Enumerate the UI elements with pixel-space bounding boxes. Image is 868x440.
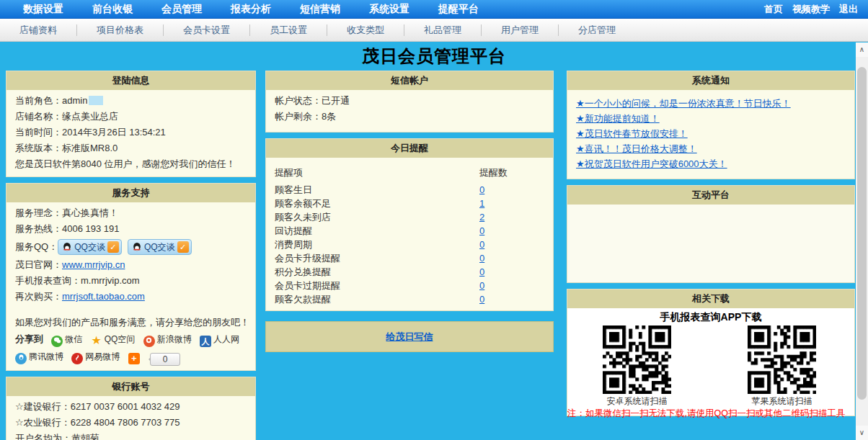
renren-icon[interactable]: 人 (200, 336, 211, 347)
notice-link-new-feature[interactable]: ★新功能提前知道！ (576, 111, 846, 126)
official-site-link[interactable]: www.mrrjvip.cn (62, 259, 125, 270)
subnav-price-list[interactable]: 项目价格表 (77, 24, 163, 37)
share-renren-label[interactable]: 人人网 (213, 334, 239, 344)
qq-verified-icon: ✓ (107, 241, 119, 253)
reminder-row-card-expire: 会员卡过期提醒0 (275, 279, 544, 292)
reminder-count-link[interactable]: 0 (479, 239, 484, 250)
vertical-scrollbar: ∧ ∨ (856, 42, 868, 440)
nav-member-mgmt[interactable]: 会员管理 (161, 3, 202, 16)
scroll-down-button[interactable]: ∨ (856, 426, 868, 440)
nav-system-settings[interactable]: 系统设置 (369, 3, 409, 16)
write-letter-link[interactable]: 给茂日写信 (386, 331, 433, 344)
subnav-shop-info[interactable]: 店铺资料 (0, 24, 76, 37)
top-nav-bar: 数据设置 前台收银 会员管理 报表分析 短信营销 系统设置 提醒平台 首页 视频… (0, 0, 868, 19)
notice-link-greeting[interactable]: ★一个小小的问候，却是一份浓浓真意！节日快乐！ (576, 96, 846, 111)
nav-reminder-platform[interactable]: 提醒平台 (438, 3, 479, 16)
service-qq-row: 服务QQ： QQ交谈 ✓ QQ交谈 ✓ (15, 237, 247, 257)
service-support-panel: 服务支持 服务理念：真心换真情！ 服务热线：4006 193 191 服务QQ：… (6, 183, 256, 371)
interact-platform-panel: 互动平台 (567, 185, 855, 283)
netease-weibo-icon[interactable] (71, 353, 83, 364)
notice-link-price[interactable]: ★喜讯！！茂日价格大调整！ (576, 141, 846, 156)
qq-penguin-icon (132, 242, 142, 252)
qq-chat-button-2[interactable]: QQ交谈 ✓ (128, 239, 192, 255)
qq-verified-icon: ✓ (177, 241, 189, 253)
ios-qr-caption: 苹果系统请扫描 (748, 395, 816, 408)
main-content: 茂日会员管理平台 登陆信息 当前角色：admin 店铺名称：缘点美业总店 当前时… (0, 42, 868, 440)
share-wechat-label[interactable]: 微信 (65, 334, 82, 344)
reminder-count-link[interactable]: 0 (479, 225, 484, 236)
reminder-count-link[interactable]: 0 (479, 266, 484, 277)
service-concept: 服务理念：真心换真情！ (15, 205, 247, 221)
subnav-user-mgmt[interactable]: 用户管理 (482, 24, 558, 37)
reminder-count-link[interactable]: 0 (479, 253, 484, 264)
reminder-row-follow-up: 回访提醒0 (275, 224, 544, 238)
login-info-panel: 登陆信息 当前角色：admin 店铺名称：缘点美业总店 当前时间：2014年3月… (6, 71, 256, 177)
nav-report-analysis[interactable]: 报表分析 (231, 3, 271, 16)
nav-logout[interactable]: 退出 (839, 3, 858, 16)
share-tqq-label[interactable]: 腾讯微博 (29, 351, 63, 362)
system-version: 系统版本：标准版MR8.0 (15, 140, 247, 156)
share-tip: 如果您对我们的产品和服务满意，请分享给您的朋友吧！ (15, 315, 247, 331)
bank-account-panel: 银行账号 ☆建设银行：6217 0037 6001 4032 429 ☆农业银行… (6, 377, 256, 440)
reminder-count-link[interactable]: 2 (479, 212, 484, 223)
scroll-up-button[interactable]: ∧ (856, 42, 868, 57)
reminder-item-header: 提醒项 (275, 165, 479, 181)
android-qr-code (603, 325, 671, 394)
subnav-staff[interactable]: 员工设置 (250, 24, 327, 37)
nav-home[interactable]: 首页 (764, 3, 783, 16)
system-notices-panel: 系统通知 ★一个小小的问候，却是一份浓浓真意！节日快乐！ ★新功能提前知道！ ★… (567, 71, 855, 179)
notice-link-holiday[interactable]: ★茂日软件春节放假安排！ (576, 126, 846, 141)
qq-chat-button-1[interactable]: QQ交谈 ✓ (58, 239, 122, 255)
reminder-count-link[interactable]: 1 (479, 198, 484, 209)
top-nav-items: 数据设置 前台收银 会员管理 报表分析 短信营销 系统设置 提醒平台 (0, 3, 479, 16)
mobile-report-row: 手机报表查询：m.mrrjvip.com (15, 273, 247, 289)
share-count[interactable]: 0 (150, 353, 180, 366)
today-reminders-title: 今日提醒 (266, 139, 553, 158)
reminder-count-header: 提醒数 (479, 165, 544, 181)
reminder-row-debt: 顾客欠款提醒0 (275, 292, 544, 306)
current-time: 当前时间：2014年3月26日 13:54:21 (15, 125, 247, 140)
nav-data-settings[interactable]: 数据设置 (23, 3, 63, 16)
official-site-row: 茂日官网：www.mrrjvip.cn (15, 257, 247, 273)
nav-video-tutorial[interactable]: 视频教学 (792, 3, 830, 16)
qzone-icon[interactable]: ★ (91, 335, 102, 346)
download-note: 注：如果微信扫一扫无法下载,请使用QQ扫一扫或其他二维码扫描工具 (567, 408, 854, 420)
tencent-weibo-icon[interactable] (15, 353, 27, 364)
system-notices-title: 系统通知 (567, 71, 854, 90)
downloads-title: 相关下载 (567, 289, 854, 308)
wechat-icon[interactable] (51, 336, 63, 347)
qq-penguin-icon (62, 242, 72, 252)
service-hotline: 服务热线：4006 193 191 (15, 221, 247, 237)
reminder-count-link[interactable]: 0 (479, 280, 484, 291)
reminder-header-row: 提醒项 提醒数 (275, 165, 544, 181)
subnav-gift-mgmt[interactable]: 礼品管理 (404, 24, 481, 37)
reminder-count-link[interactable]: 0 (479, 294, 484, 305)
share-netease-label[interactable]: 网易微博 (85, 351, 120, 362)
today-reminders-panel: 今日提醒 提醒项 提醒数 顾客生日0 顾客余额不足1 顾客久未到店2 回访提醒0… (265, 138, 554, 311)
interact-platform-body (567, 205, 854, 282)
middle-column: 短信帐户 帐户状态：已开通 帐户剩余：8条 今日提醒 提醒项 提醒数 顾客生日0… (265, 71, 554, 352)
nav-front-cashier[interactable]: 前台收银 (92, 3, 133, 16)
welcome-message: 您是茂日软件第8040 位用户，感谢您对我们的信任！ (15, 156, 247, 172)
reminder-count-link[interactable]: 0 (479, 184, 484, 195)
share-sina-label[interactable]: 新浪微博 (157, 334, 192, 344)
nav-sms-marketing[interactable]: 短信营销 (300, 3, 340, 16)
sms-account-panel: 短信帐户 帐户状态：已开通 帐户剩余：8条 (265, 71, 554, 133)
android-qr-caption: 安卓系统请扫描 (603, 395, 671, 408)
page-title: 茂日会员管理平台 (0, 42, 868, 68)
more-share-icon[interactable]: + (128, 353, 140, 364)
login-info-title: 登陆信息 (6, 71, 255, 90)
account-holder: 开户名均为：黄朝菊 (15, 431, 247, 440)
subnav-branch-mgmt[interactable]: 分店管理 (559, 24, 635, 37)
service-support-title: 服务支持 (6, 184, 255, 202)
shop-name: 店铺名称：缘点美业总店 (15, 109, 247, 125)
subnav-member-card[interactable]: 会员卡设置 (164, 24, 249, 37)
scrollbar-thumb[interactable] (857, 67, 867, 400)
subnav-income-type[interactable]: 收支类型 (327, 24, 404, 37)
notice-link-6000-users[interactable]: ★祝贺茂日软件用户突破6000大关！ (576, 156, 846, 171)
sina-weibo-icon[interactable] (143, 336, 155, 347)
reminder-row-long-absent: 顾客久未到店2 (275, 210, 544, 224)
app-download-subtitle: 手机报表查询APP下载 (567, 310, 854, 324)
share-qzone-label[interactable]: QQ空间 (105, 334, 136, 344)
rebuy-link[interactable]: mrrjsoft.taobao.com (62, 291, 145, 302)
